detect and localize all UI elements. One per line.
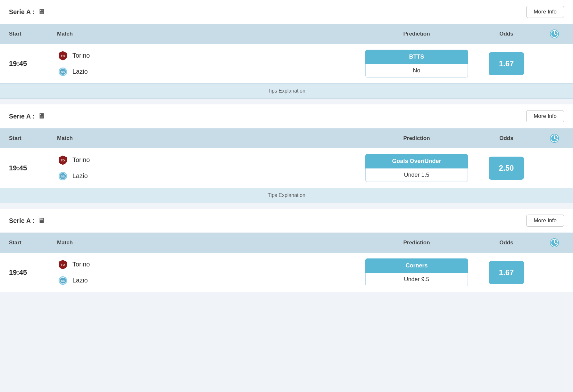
- svg-text:TO: TO: [61, 54, 65, 58]
- home-team-logo: TO: [57, 50, 69, 61]
- col-match: Match: [57, 240, 362, 246]
- col-odds: Odds: [471, 31, 542, 37]
- league-info: Serie A : 🖥: [9, 112, 45, 120]
- match-time: 19:45: [9, 164, 54, 172]
- prediction-value: Under 9.5: [365, 273, 468, 286]
- col-prediction: Prediction: [365, 240, 468, 246]
- col-start: Start: [9, 240, 54, 246]
- league-header-2: Serie A : 🖥More Info: [0, 104, 573, 128]
- prediction-type: Corners: [365, 258, 468, 273]
- odds-cell: 2.50: [471, 157, 542, 180]
- section-block-3: Serie A : 🖥More Info Start Match Predict…: [0, 209, 573, 292]
- more-info-button-2[interactable]: More Info: [526, 110, 564, 122]
- table-header-1: Start Match Prediction Odds: [0, 24, 573, 44]
- league-header-1: Serie A : 🖥More Info: [0, 0, 573, 24]
- home-team-row: TO Torino: [57, 259, 362, 270]
- col-prediction: Prediction: [365, 135, 468, 142]
- col-start: Start: [9, 135, 54, 142]
- more-info-button-3[interactable]: More Info: [526, 215, 564, 227]
- away-team-logo: SS: [57, 170, 69, 182]
- odds-badge: 2.50: [489, 157, 524, 180]
- away-team-name: Lazio: [72, 172, 88, 180]
- svg-text:SS: SS: [61, 279, 65, 282]
- match-row: 19:45 TO Torino SS Lazio C: [0, 253, 573, 292]
- odds-cell: 1.67: [471, 261, 542, 284]
- away-team-row: SS Lazio: [57, 275, 362, 286]
- home-team-logo: TO: [57, 259, 69, 270]
- odds-badge: 1.67: [489, 261, 524, 284]
- odds-cell: 1.67: [471, 52, 542, 75]
- col-odds: Odds: [471, 135, 542, 142]
- match-teams: TO Torino SS Lazio: [57, 154, 362, 182]
- page-wrapper: Serie A : 🖥More Info Start Match Predict…: [0, 0, 573, 292]
- away-team-name: Lazio: [72, 277, 88, 284]
- match-row: 19:45 TO Torino SS Lazio B: [0, 44, 573, 83]
- home-team-logo: TO: [57, 154, 69, 166]
- prediction-type: Goals Over/Under: [365, 154, 468, 168]
- match-teams: TO Torino SS Lazio: [57, 50, 362, 78]
- monitor-icon: 🖥: [38, 112, 45, 120]
- home-team-name: Torino: [72, 156, 90, 164]
- section-separator: [0, 203, 573, 209]
- tips-explanation-bar: Tips Explanation: [0, 83, 573, 99]
- away-team-name: Lazio: [72, 68, 88, 75]
- away-team-logo: SS: [57, 66, 69, 78]
- col-match: Match: [57, 135, 362, 142]
- table-header-3: Start Match Prediction Odds: [0, 233, 573, 253]
- svg-text:SS: SS: [61, 70, 65, 74]
- svg-text:SS: SS: [61, 175, 65, 178]
- col-match: Match: [57, 31, 362, 37]
- match-time: 19:45: [9, 60, 54, 68]
- league-info: Serie A : 🖥: [9, 216, 45, 225]
- svg-text:TO: TO: [61, 159, 65, 162]
- svg-text:TO: TO: [61, 263, 65, 266]
- league-name: Serie A :: [9, 217, 35, 225]
- odds-badge: 1.67: [489, 52, 524, 75]
- match-row: 19:45 TO Torino SS Lazio G: [0, 148, 573, 188]
- home-team-row: TO Torino: [57, 154, 362, 166]
- league-name: Serie A :: [9, 113, 35, 120]
- prediction-value: Under 1.5: [365, 168, 468, 182]
- col-clock: [545, 133, 564, 144]
- tips-explanation-bar: Tips Explanation: [0, 188, 573, 203]
- monitor-icon: 🖥: [38, 8, 45, 16]
- away-team-row: SS Lazio: [57, 170, 362, 182]
- more-info-button-1[interactable]: More Info: [526, 6, 564, 18]
- prediction-cell: Corners Under 9.5: [365, 258, 468, 286]
- away-team-logo: SS: [57, 275, 69, 286]
- prediction-type: BTTS: [365, 50, 468, 64]
- prediction-value: No: [365, 64, 468, 78]
- home-team-name: Torino: [72, 261, 90, 268]
- match-time: 19:45: [9, 268, 54, 277]
- prediction-cell: Goals Over/Under Under 1.5: [365, 154, 468, 182]
- league-info: Serie A : 🖥: [9, 8, 45, 16]
- section-block-2: Serie A : 🖥More Info Start Match Predict…: [0, 104, 573, 203]
- away-team-row: SS Lazio: [57, 66, 362, 78]
- league-name: Serie A :: [9, 8, 35, 16]
- col-clock: [545, 237, 564, 248]
- section-block-1: Serie A : 🖥More Info Start Match Predict…: [0, 0, 573, 99]
- col-start: Start: [9, 31, 54, 37]
- monitor-icon: 🖥: [38, 216, 45, 225]
- section-separator: [0, 99, 573, 104]
- col-prediction: Prediction: [365, 31, 468, 37]
- home-team-name: Torino: [72, 52, 90, 59]
- col-odds: Odds: [471, 240, 542, 246]
- home-team-row: TO Torino: [57, 50, 362, 61]
- table-header-2: Start Match Prediction Odds: [0, 128, 573, 148]
- prediction-cell: BTTS No: [365, 50, 468, 78]
- match-teams: TO Torino SS Lazio: [57, 259, 362, 286]
- col-clock: [545, 29, 564, 39]
- league-header-3: Serie A : 🖥More Info: [0, 209, 573, 233]
